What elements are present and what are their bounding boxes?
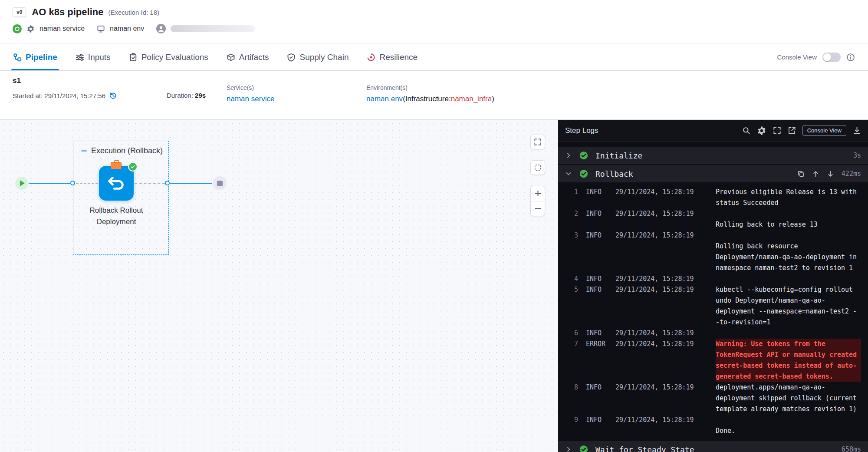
- section-title: Wait for Steady State: [595, 445, 694, 452]
- log-level: ERROR: [586, 339, 611, 382]
- header-environment-name[interactable]: naman env: [110, 25, 144, 33]
- link-port-left[interactable]: [70, 181, 75, 185]
- redacted-user-email: [171, 25, 255, 32]
- copy-icon[interactable]: [797, 170, 805, 178]
- environments-label: Environment(s): [366, 84, 408, 91]
- log-timestamp: 29/11/2024, 15:28:19: [615, 230, 694, 274]
- log-section-wait-for-steady-state[interactable]: Wait for Steady State 658ms: [558, 441, 868, 452]
- tab-supply-chain[interactable]: Supply Chain: [287, 44, 349, 70]
- step-success-icon: [579, 151, 588, 160]
- log-message-line: deployment.apps/naman-qa-ao-: [716, 383, 825, 391]
- log-timestamp: 29/11/2024, 15:28:19: [615, 328, 694, 339]
- chevron-right-icon[interactable]: [565, 152, 572, 159]
- log-meta: 7ERROR29/11/2024, 15:28:19: [567, 339, 716, 382]
- tab-label: Inputs: [88, 53, 111, 62]
- tab-resilience[interactable]: Resilience: [367, 44, 418, 70]
- log-message-line: undo Deployment/naman-qa-ao-: [716, 297, 825, 304]
- log-message-line: generated secret-based tokens.: [716, 373, 833, 380]
- step-success-icon: [579, 445, 588, 452]
- log-level: INFO: [586, 328, 611, 339]
- zoom-in-button[interactable]: [531, 186, 545, 201]
- log-entry: 6INFO29/11/2024, 15:28:19: [567, 328, 861, 339]
- services-label: Service(s): [227, 84, 254, 91]
- log-timestamp: 29/11/2024, 15:28:19: [615, 415, 694, 436]
- infrastructure-suffix: ): [492, 95, 494, 103]
- tab-policy-evaluations[interactable]: Policy Evaluations: [129, 44, 208, 70]
- zoom-out-button[interactable]: [531, 201, 545, 216]
- log-message-line: namespace naman-test2 to revision 1: [716, 264, 853, 272]
- step-logs-panel: Step Logs Console View: [558, 120, 868, 452]
- log-section-rollback[interactable]: Rollback 422ms: [558, 165, 868, 182]
- service-link[interactable]: naman service: [227, 95, 275, 103]
- history-icon[interactable]: [109, 92, 117, 100]
- log-line-number: 5: [567, 284, 578, 328]
- log-line-number: 6: [567, 328, 578, 339]
- log-meta: 4INFO29/11/2024, 15:28:19: [567, 274, 716, 284]
- tab-artifacts[interactable]: Artifacts: [227, 44, 269, 70]
- fit-to-screen-button[interactable]: [530, 135, 545, 149]
- log-settings-icon[interactable]: [757, 126, 766, 135]
- header-meta-row: naman service naman env: [13, 24, 868, 33]
- section-duration: 3s: [853, 152, 861, 159]
- log-entry: 8INFO29/11/2024, 15:28:19deployment.apps…: [567, 382, 861, 415]
- environment-icon: [97, 25, 105, 33]
- info-icon[interactable]: [846, 53, 855, 62]
- log-entry: 3INFO29/11/2024, 15:28:19Rolling back re…: [567, 230, 861, 274]
- chevron-right-icon[interactable]: [565, 446, 572, 452]
- log-message-line: status Succeeded: [716, 199, 779, 207]
- log-entry: 4INFO29/11/2024, 15:28:19: [567, 274, 861, 284]
- log-level: INFO: [586, 187, 611, 208]
- log-line-number: 2: [567, 208, 578, 230]
- log-fullscreen-icon[interactable]: [773, 126, 781, 135]
- log-level: INFO: [586, 274, 611, 284]
- section-title: Rollback: [595, 169, 633, 178]
- environment-value: naman env(Infrastructure:naman_infra): [366, 95, 494, 103]
- log-message-line: deployment --namespace=naman-test2 -: [716, 307, 857, 315]
- title-row: v0 AO k8s pipeline (Execution Id: 18): [13, 5, 868, 19]
- chevron-down-icon[interactable]: [565, 170, 572, 177]
- step-success-badge: [128, 162, 138, 172]
- header-service-name[interactable]: naman service: [39, 25, 85, 33]
- app-root: v0 AO k8s pipeline (Execution Id: 18) na…: [0, 0, 868, 452]
- version-badge[interactable]: v0: [13, 7, 26, 17]
- section-title: Initialize: [595, 151, 642, 160]
- log-timestamp: 29/11/2024, 15:28:19: [615, 382, 694, 415]
- tab-label: Policy Evaluations: [141, 53, 208, 62]
- duration-value: 29s: [195, 92, 206, 99]
- console-view-button[interactable]: Console View: [802, 125, 846, 136]
- step-node-rollback[interactable]: [99, 166, 134, 201]
- infrastructure-link[interactable]: naman_infra: [451, 95, 492, 103]
- scroll-down-icon[interactable]: [827, 170, 834, 178]
- download-logs-icon[interactable]: [853, 126, 861, 135]
- log-line-number: 4: [567, 274, 578, 284]
- user-avatar: [156, 24, 166, 33]
- log-search-icon[interactable]: [742, 126, 750, 135]
- stop-icon: [217, 181, 223, 186]
- log-section-initialize[interactable]: Initialize 3s: [558, 147, 868, 164]
- log-message-line: Deployment/naman-qa-ao-deployment in: [716, 253, 857, 261]
- select-area-button[interactable]: [530, 160, 545, 175]
- pipeline-canvas[interactable]: Execution (Rollback): [0, 120, 558, 452]
- edge-start: [29, 183, 70, 184]
- scroll-up-icon[interactable]: [812, 170, 819, 178]
- tab-inputs[interactable]: Inputs: [76, 44, 111, 70]
- log-message: Previous eligible Release is 13 withstat…: [716, 187, 861, 208]
- log-lines[interactable]: 1INFO29/11/2024, 15:28:19Previous eligib…: [558, 182, 868, 440]
- tab-pipeline[interactable]: Pipeline: [13, 44, 57, 70]
- gear-icon[interactable]: [26, 25, 35, 33]
- console-view-toggle[interactable]: [822, 53, 841, 62]
- log-entry: 1INFO29/11/2024, 15:28:19Previous eligib…: [567, 187, 861, 208]
- environment-link[interactable]: naman env: [366, 95, 403, 103]
- log-timestamp: 29/11/2024, 15:28:19: [615, 187, 694, 208]
- infrastructure-prefix: (Infrastructure:: [403, 95, 451, 103]
- link-port-right[interactable]: [165, 181, 170, 185]
- section-duration: 422ms: [842, 170, 861, 178]
- pipeline-start-node[interactable]: [15, 177, 28, 190]
- open-in-new-tab-icon[interactable]: [788, 126, 796, 135]
- collapse-minus-icon[interactable]: [81, 148, 87, 154]
- log-level: INFO: [586, 284, 611, 328]
- pipeline-end-node[interactable]: [213, 176, 227, 190]
- cd-module-icon: [13, 24, 22, 33]
- tab-label: Supply Chain: [299, 53, 349, 62]
- log-message: Done.: [716, 415, 861, 436]
